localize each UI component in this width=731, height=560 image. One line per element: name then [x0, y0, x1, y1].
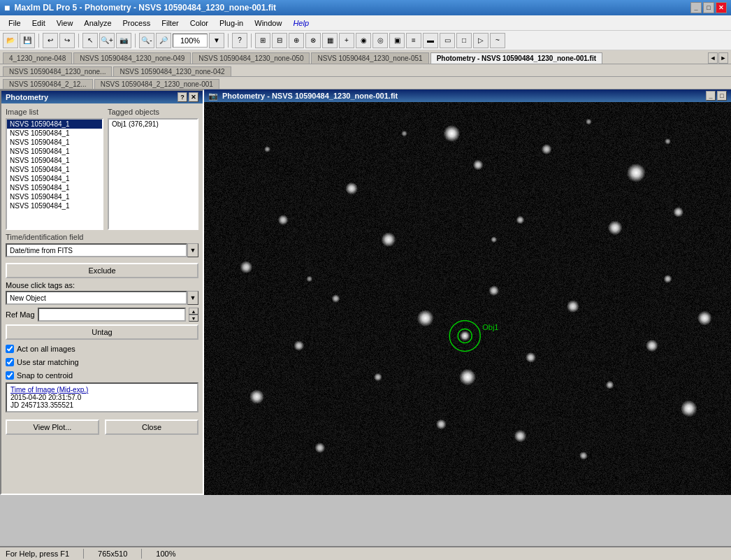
time-of-image-section: Time of Image (Mid-exp.) 2015-04-20 20:3…	[6, 382, 198, 412]
time-value2: JD 2457133.355521	[10, 401, 194, 409]
tb-zoom-dropdown[interactable]: ▼	[209, 33, 224, 48]
tb-extra6[interactable]: +	[339, 33, 354, 48]
refmag-input[interactable]	[38, 308, 186, 322]
tb-extra7[interactable]: ◉	[356, 33, 371, 48]
tb-extra12[interactable]: ▭	[440, 33, 455, 48]
doc-tab-050[interactable]: NSVS 10590484_1230_none-050	[192, 52, 310, 64]
menu-filter[interactable]: Filter	[156, 17, 184, 29]
use-star-matching-checkbox[interactable]	[6, 358, 14, 366]
panel-columns: Image list NSVS 10590484_1 NSVS 10590484…	[6, 108, 198, 230]
doc-tab3-2[interactable]: NSVS 10590484_2_1230_none-001	[94, 79, 219, 89]
list-item-6[interactable]: NSVS 10590484_1	[7, 174, 102, 183]
tb-open[interactable]: 📂	[3, 33, 18, 48]
tb-redo[interactable]: ↪	[59, 33, 75, 48]
use-star-matching-label[interactable]: Use star matching	[17, 358, 79, 366]
doc-tab-phot001[interactable]: Photometry - NSVS 10590484_1230_none-001…	[430, 52, 602, 64]
refmag-spin-up[interactable]: ▲	[189, 308, 198, 315]
tb-extra1[interactable]: ⊞	[255, 33, 270, 48]
time-field-dropdown-arrow[interactable]: ▼	[187, 243, 198, 257]
list-item-5[interactable]: NSVS 10590484_1	[7, 165, 102, 174]
tb-extra10[interactable]: ≡	[406, 33, 421, 48]
time-field-value[interactable]: Date/time from FITS	[6, 243, 187, 257]
list-item-9[interactable]: NSVS 10590484_1	[7, 201, 102, 210]
tb-help[interactable]: ?	[232, 33, 247, 48]
maximize-button[interactable]: □	[703, 2, 714, 13]
view-plot-button[interactable]: View Plot...	[6, 419, 99, 435]
mouse-click-label: Mouse click tags as:	[6, 281, 198, 289]
image-list[interactable]: NSVS 10590484_1 NSVS 10590484_1 NSVS 105…	[6, 118, 103, 230]
app-icon: ■	[4, 2, 10, 13]
tb-extra9[interactable]: ▣	[389, 33, 405, 48]
doc-tab2-1[interactable]: NSVS 10590484_1230_none...	[3, 66, 112, 76]
tab-scroll-left[interactable]: ◄	[708, 52, 718, 64]
menu-color[interactable]: Color	[184, 17, 214, 29]
tb-extra13[interactable]: □	[456, 33, 472, 48]
menu-analyze[interactable]: Analyze	[78, 17, 117, 29]
doc-tab2-2[interactable]: NSVS 10590484_1230_none-042	[113, 66, 231, 76]
mouse-click-section: Mouse click tags as: New Object ▼	[6, 281, 198, 305]
menu-help[interactable]: Help	[287, 17, 314, 29]
act-all-images-label[interactable]: Act on all images	[17, 345, 75, 353]
doc-tab-051[interactable]: NSVS 10590484_1230_none-051	[311, 52, 428, 64]
act-all-images-row: Act on all images	[6, 345, 198, 353]
menu-edit[interactable]: Edit	[27, 17, 51, 29]
tb-undo[interactable]: ↩	[43, 33, 58, 48]
tb-zoom-in-icon[interactable]: 🔍+	[99, 33, 115, 48]
menu-view[interactable]: View	[51, 17, 79, 29]
phot-window-minimize[interactable]: _	[706, 91, 716, 101]
list-item-1[interactable]: NSVS 10590484_1	[7, 129, 102, 138]
list-item-0[interactable]: NSVS 10590484_1	[7, 120, 102, 129]
list-item-2[interactable]: NSVS 10590484_1	[7, 138, 102, 147]
tb-zoom-in[interactable]: 🔎	[156, 33, 171, 48]
menu-file[interactable]: File	[3, 17, 27, 29]
panel-help-button[interactable]: ?	[178, 92, 187, 102]
tb-extra15[interactable]: ~	[490, 33, 505, 48]
menu-process[interactable]: Process	[117, 17, 157, 29]
tb-photo[interactable]: 📷	[116, 33, 131, 48]
act-all-images-checkbox[interactable]	[6, 345, 14, 353]
phot-window-maximize[interactable]: □	[717, 91, 727, 101]
panel-titlebar: Photometry ? ✕	[1, 91, 203, 103]
close-panel-button[interactable]: Close	[105, 419, 198, 435]
list-item-3[interactable]: NSVS 10590484_1	[7, 147, 102, 156]
close-button[interactable]: ✕	[716, 2, 727, 13]
refmag-spin-down[interactable]: ▼	[189, 315, 198, 322]
tb-extra11[interactable]: ▬	[423, 33, 438, 48]
list-item-4[interactable]: NSVS 10590484_1	[7, 156, 102, 165]
tb-extra4[interactable]: ⊗	[305, 33, 321, 48]
bottom-buttons: View Plot... Close	[6, 419, 198, 435]
menu-window[interactable]: Window	[249, 17, 287, 29]
tb-save[interactable]: 💾	[20, 33, 35, 48]
menu-plugin[interactable]: Plug-in	[214, 17, 249, 29]
mouse-click-value[interactable]: New Object	[6, 291, 187, 305]
panel-title: Photometry	[6, 93, 178, 101]
tb-extra3[interactable]: ⊕	[289, 33, 304, 48]
doc-tab3-1[interactable]: NSVS 10590484_2_12...	[3, 79, 93, 89]
toolbar: 📂 💾 ↩ ↪ ↖ 🔍+ 📷 🔍- 🔎 ▼ ? ⊞ ⊟ ⊕ ⊗ ▦ + ◉ ◎ …	[0, 31, 731, 50]
panel-close-button[interactable]: ✕	[189, 92, 198, 102]
tb-extra2[interactable]: ⊟	[272, 33, 287, 48]
snap-to-centroid-checkbox[interactable]	[6, 371, 14, 380]
zoom-input[interactable]	[173, 34, 208, 48]
snap-to-centroid-label[interactable]: Snap to centroid	[17, 371, 73, 380]
tagged-item-0[interactable]: Obj1 (376,291)	[109, 120, 197, 129]
minimize-button[interactable]: _	[690, 2, 702, 13]
tab-scroll-right[interactable]: ►	[718, 52, 728, 64]
tb-extra8[interactable]: ◎	[372, 33, 388, 48]
exclude-section: Exclude	[6, 263, 198, 278]
tb-zoom-out[interactable]: 🔍-	[139, 33, 154, 48]
tb-extra5[interactable]: ▦	[322, 33, 338, 48]
untag-button[interactable]: Untag	[6, 324, 198, 340]
mouse-click-dropdown-arrow[interactable]: ▼	[187, 291, 198, 305]
tagged-objects-list[interactable]: Obj1 (376,291)	[108, 118, 198, 230]
time-of-image-label[interactable]: Time of Image (Mid-exp.)	[10, 386, 194, 394]
tb-extra14[interactable]: ▷	[473, 33, 488, 48]
star-field[interactable]	[204, 102, 731, 495]
tb-cursor[interactable]: ↖	[82, 33, 98, 48]
doc-tab-048[interactable]: 4_1230_none-048	[3, 52, 72, 64]
list-item-7[interactable]: NSVS 10590484_1	[7, 183, 102, 192]
list-item-8[interactable]: NSVS 10590484_1	[7, 192, 102, 201]
doc-tab-049[interactable]: NSVS 10590484_1230_none-049	[73, 52, 191, 64]
exclude-button[interactable]: Exclude	[6, 263, 198, 278]
dimensions-text: 765x510	[98, 550, 127, 558]
